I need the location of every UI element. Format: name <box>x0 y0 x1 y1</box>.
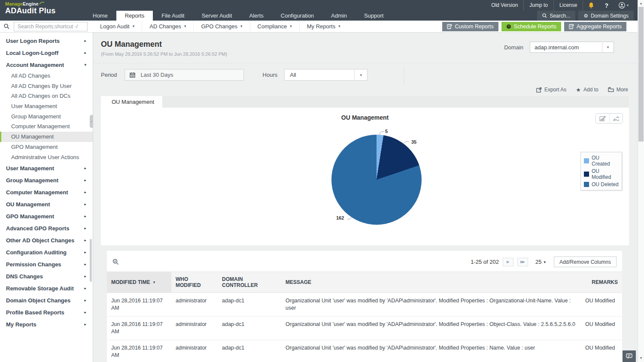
filter-row: Period Last 30 Days Hours All ▾ <box>101 69 638 81</box>
filter-divider <box>404 66 404 84</box>
sidebar-subitem-gpo-management[interactable]: GPO Management <box>0 142 93 152</box>
nav-admin[interactable]: Admin <box>322 11 355 21</box>
notifications-bell-icon[interactable] <box>583 2 599 9</box>
sidebar-scrollbar[interactable] <box>90 239 92 282</box>
table-header-row: MODIFIED TIME ▾ WHO MODIFIED DOMAIN CONT… <box>107 272 622 293</box>
scroll-down-icon[interactable]: ▼ <box>638 356 644 359</box>
sidebar-item-removable-storage-audit[interactable]: Removable Storage Audit▸ <box>0 282 93 294</box>
last-page-button[interactable]: ▶▶ <box>517 258 528 266</box>
legend-item-ou-created[interactable]: OU Created <box>584 155 619 167</box>
feedback-button[interactable] <box>623 350 636 362</box>
sidebar-item-user-management[interactable]: User Management▸ <box>0 162 93 174</box>
add-remove-columns-button[interactable]: Add/Remove Columns <box>554 256 617 267</box>
hours-value: All <box>285 72 354 78</box>
chevron-right-icon: ▸ <box>84 286 86 290</box>
chart-type-button[interactable] <box>596 114 609 123</box>
custom-reports-button[interactable]: Custom Reports <box>442 22 498 31</box>
sidebar-item-gpo-management[interactable]: GPO Management▸ <box>0 210 93 222</box>
sidebar-item-my-reports[interactable]: My Reports▸ <box>0 318 93 330</box>
sidebar-item-permission-changes[interactable]: Permission Changes▸ <box>0 258 93 270</box>
domain-select[interactable]: adap.internal.com ▾ <box>530 42 614 53</box>
page-size-select[interactable]: 25 ▾ <box>535 259 546 265</box>
sidebar-item-profile-based-reports[interactable]: Profile Based Reports▸ <box>0 306 93 318</box>
jump-to-link[interactable]: Jump to <box>524 0 554 11</box>
page-header: OU Management (From May 29,2016 5:26:52 … <box>93 33 638 57</box>
menu-compliance[interactable]: Compliance▾ <box>250 21 299 32</box>
chart-refresh-button[interactable] <box>609 114 623 123</box>
more-button[interactable]: More <box>608 87 628 93</box>
nav-file-audit[interactable]: File Audit <box>153 11 193 21</box>
column-header-message[interactable]: MESSAGE <box>281 272 581 293</box>
sidebar-item-advanced-gpo-reports[interactable]: Advanced GPO Reports▸ <box>0 222 93 234</box>
tab-ou-management[interactable]: OU Management <box>101 96 162 108</box>
column-header-modified-time[interactable]: MODIFIED TIME ▾ <box>107 272 171 293</box>
report-search-input[interactable] <box>14 22 88 31</box>
sidebar-subitem-ou-management[interactable]: OU Management <box>0 132 93 142</box>
page-scrollbar[interactable]: ▲ ▼ <box>638 0 644 362</box>
sidebar-item-other-ad-object-changes[interactable]: Other AD Object Changes▸ <box>0 234 93 246</box>
legend-item-ou-deleted[interactable]: OU Deleted <box>584 181 619 187</box>
sidebar-item-user-logon-reports[interactable]: User Logon Reports▸ <box>0 35 93 47</box>
scrollbar-thumb[interactable] <box>638 7 644 142</box>
old-version-link[interactable]: Old Version <box>486 0 524 11</box>
domain-settings-button[interactable]: ⚙ Domain Settings <box>578 11 634 21</box>
sidebar-collapse-handle[interactable]: ‹ <box>90 115 93 128</box>
hours-select[interactable]: All ▾ <box>284 69 368 81</box>
sidebar-label: Local Logon-Logoff <box>6 50 58 56</box>
sidebar-item-account-management[interactable]: Account Management▾ <box>0 59 93 71</box>
sort-desc-icon: ▾ <box>153 280 155 284</box>
sidebar-subitem-all-ad-changes-by-user[interactable]: All AD Changes By User <box>0 81 93 91</box>
add-to-button[interactable]: ★ Add to <box>576 87 598 93</box>
column-label: MODIFIED TIME <box>111 279 150 285</box>
legend-item-ou-modified[interactable]: OU Modified <box>584 168 619 180</box>
scroll-up-icon[interactable]: ▲ <box>638 2 644 5</box>
column-header-who-modified[interactable]: WHO MODIFIED <box>171 272 218 293</box>
nav-alerts[interactable]: Alerts <box>241 11 272 21</box>
menu-gpo-changes[interactable]: GPO Changes▾ <box>193 21 249 32</box>
nav-home[interactable]: Home <box>84 11 116 21</box>
sidebar-subitem-computer-management[interactable]: Computer Management <box>0 121 93 132</box>
user-menu[interactable]: ▾ <box>614 2 634 9</box>
sidebar-item-local-logon-logoff[interactable]: Local Logon-Logoff▸ <box>0 47 93 59</box>
menu-logon-audit[interactable]: Logon Audit▾ <box>93 21 142 32</box>
schedule-reports-button[interactable]: Schedule Reports <box>501 22 561 31</box>
period-picker[interactable]: Last 30 Days <box>125 69 244 81</box>
chevron-right-icon: ▸ <box>84 274 86 278</box>
license-link[interactable]: License <box>554 0 583 11</box>
table-row[interactable]: Jun 28,2016 11:19:07 AM administrator ad… <box>107 340 622 362</box>
sidebar-subitem-user-management[interactable]: User Management <box>0 101 93 112</box>
export-as-button[interactable]: Export As <box>536 87 566 93</box>
sidebar-subitem-administrative-user-actions[interactable]: Administrative User Actions <box>0 152 93 163</box>
cell-remarks: OU Modified <box>581 293 622 316</box>
sidebar-label: Computer Management <box>6 189 68 196</box>
pie-chart[interactable] <box>331 135 422 225</box>
caret-down-icon: ▾ <box>240 21 243 32</box>
sidebar-item-configuration-auditing[interactable]: Configuration Auditing▸ <box>0 246 93 258</box>
sidebar-subitem-all-ad-changes[interactable]: All AD Changes <box>0 71 93 81</box>
menu-ad-changes[interactable]: AD Changes▾ <box>142 21 193 32</box>
column-header-domain-controller[interactable]: DOMAIN CONTROLLER <box>218 272 281 293</box>
sidebar-item-group-management[interactable]: Group Management▸ <box>0 174 93 186</box>
next-page-button[interactable]: ▶ <box>503 258 513 266</box>
sidebar-item-dns-changes[interactable]: DNS Changes▸ <box>0 270 93 282</box>
sidebar-item-computer-management[interactable]: Computer Management▸ <box>0 186 93 198</box>
help-icon[interactable]: ? <box>599 2 614 9</box>
nav-server-audit[interactable]: Server Audit <box>193 11 241 21</box>
nav-reports[interactable]: Reports <box>116 11 153 21</box>
global-search-button[interactable]: Search... <box>537 11 575 21</box>
sidebar-subitem-all-ad-changes-on-dcs[interactable]: All AD Changes on DCs <box>0 91 93 101</box>
nav-support[interactable]: Support <box>355 11 392 21</box>
table-row[interactable]: Jun 28,2016 11:19:07 AM administrator ad… <box>107 317 622 340</box>
menu-my-reports[interactable]: My Reports▾ <box>299 21 348 32</box>
nav-configuration[interactable]: Configuration <box>272 11 322 21</box>
column-header-remarks[interactable]: REMARKS <box>581 272 622 293</box>
table-row[interactable]: Jun 28,2016 11:19:07 AM administrator ad… <box>107 293 622 317</box>
app-logo[interactable]: ManageEngine ADAudit Plus <box>5 1 55 15</box>
sidebar-subitem-group-management[interactable]: Group Management <box>0 112 93 122</box>
sidebar-item-ou-management[interactable]: OU Management▸ <box>0 198 93 210</box>
cell-domain-controller: adap-dc1 <box>218 317 281 340</box>
aggregate-reports-button[interactable]: Aggregate Reports <box>564 22 626 31</box>
table-search-icon[interactable] <box>112 259 119 265</box>
sidebar-item-domain-object-changes[interactable]: Domain Object Changes▸ <box>0 294 93 306</box>
caret-down-icon: ▾ <box>290 21 292 32</box>
